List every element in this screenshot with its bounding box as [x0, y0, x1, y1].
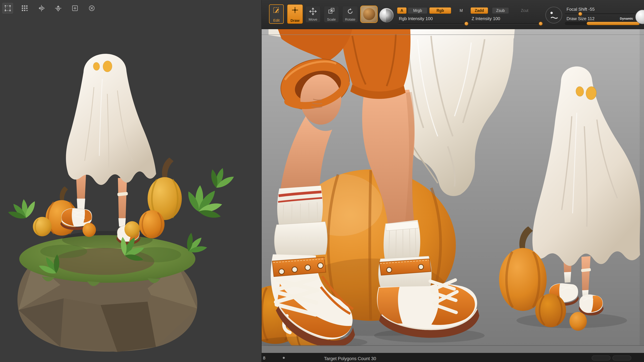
mrgb-button[interactable]: Mrgb	[408, 7, 427, 14]
left-knee-cuff	[275, 29, 355, 189]
mrgb-button-label: Mrgb	[413, 8, 422, 13]
draw-size-value: 112	[588, 16, 594, 21]
draw-button[interactable]: Draw	[287, 4, 303, 24]
draw-button-label: Draw	[290, 19, 300, 22]
ghost-right-view	[499, 66, 640, 331]
canvas-right-strip[interactable]	[640, 29, 644, 346]
ghost-figure	[66, 54, 156, 185]
sphere-swirl	[386, 9, 393, 22]
draw-size-label: Draw Size 112	[566, 16, 594, 21]
edit-button[interactable]: Edit	[269, 4, 284, 24]
rotate-button[interactable]: Rotate	[342, 6, 358, 22]
edit-icon	[273, 6, 280, 15]
rgb-intensity-handle[interactable]	[464, 22, 468, 26]
z-intensity-value: 100	[493, 16, 500, 21]
bottom-mini-slider-1[interactable]	[592, 356, 610, 361]
shorts	[340, 29, 410, 99]
a-button[interactable]: A	[397, 7, 406, 14]
zsub-button[interactable]: Zsub	[492, 7, 509, 14]
rotate-button-label: Rotate	[345, 17, 355, 21]
focal-shift-label: Focal Shift -55	[566, 7, 595, 12]
material-sphere-icon[interactable]	[379, 8, 394, 23]
rotate-icon	[346, 7, 354, 15]
move-icon	[309, 7, 317, 15]
rgb-button-label: Rgb	[436, 8, 444, 13]
scale-button[interactable]: Scale	[324, 6, 339, 22]
canvas-bottom-line	[262, 345, 644, 346]
rgb-intensity-label: Rgb Intensity 100	[399, 16, 433, 21]
reference-panel	[0, 0, 262, 362]
zbrush-window: Edit Draw Move	[0, 0, 644, 362]
target-polygons-value: 30	[371, 356, 376, 361]
draw-size-slider[interactable]	[565, 22, 640, 25]
target-polygons-count[interactable]: Target Polygons Count 30	[324, 356, 376, 361]
bottom-left-value: 8	[263, 356, 265, 361]
bottom-mini-slider-2[interactable]	[612, 356, 631, 361]
z-intensity-label: Z Intensity 100	[472, 16, 500, 21]
zadd-button-label: Zadd	[475, 8, 484, 13]
focal-shift-handle[interactable]	[578, 12, 582, 16]
zcut-button[interactable]: Zcut	[518, 7, 531, 14]
sculpt-scene	[262, 29, 644, 346]
move-button[interactable]: Move	[306, 6, 320, 22]
canvas-top-line	[262, 34, 644, 35]
brush-thumbnail[interactable]	[360, 5, 378, 23]
stroke-selector-button[interactable]	[546, 7, 562, 23]
top-shelf: Edit Draw Move	[262, 0, 644, 29]
dynamic-mode-label[interactable]: Dynamic	[620, 17, 633, 20]
scale-button-label: Scale	[327, 17, 336, 21]
focal-shift-value: -55	[588, 7, 595, 12]
scale-icon	[328, 7, 335, 15]
move-button-label: Move	[308, 17, 317, 21]
draw-size-fill	[587, 22, 640, 25]
canvas-gutter	[262, 346, 644, 353]
z-intensity-handle[interactable]	[539, 22, 543, 26]
zcut-button-label: Zcut	[521, 8, 528, 13]
rgb-intensity-value: 100	[426, 16, 433, 21]
ghost-diorama-render	[0, 0, 262, 362]
sculpt-viewport[interactable]	[262, 29, 644, 346]
brush-ball-icon	[363, 8, 375, 20]
a-button-label: A	[400, 8, 403, 13]
rock-base	[18, 235, 197, 352]
zadd-button[interactable]: Zadd	[470, 7, 488, 14]
zbrush-main: Edit Draw Move	[262, 0, 644, 362]
m-button[interactable]: M	[458, 7, 465, 14]
draw-icon	[291, 6, 299, 15]
m-button-label: M	[460, 8, 463, 13]
rgb-button[interactable]: Rgb	[429, 7, 451, 14]
edit-button-label: Edit	[273, 18, 280, 22]
stroke-curve-icon	[546, 7, 562, 23]
rgb-intensity-slider[interactable]	[398, 23, 468, 24]
focal-shift-slider[interactable]	[565, 13, 635, 14]
z-intensity-slider[interactable]	[470, 23, 543, 24]
bottom-bar: 8 Target Polygons Count 30	[262, 353, 644, 362]
bottom-knob[interactable]	[283, 357, 285, 359]
zsub-button-label: Zsub	[496, 8, 505, 13]
